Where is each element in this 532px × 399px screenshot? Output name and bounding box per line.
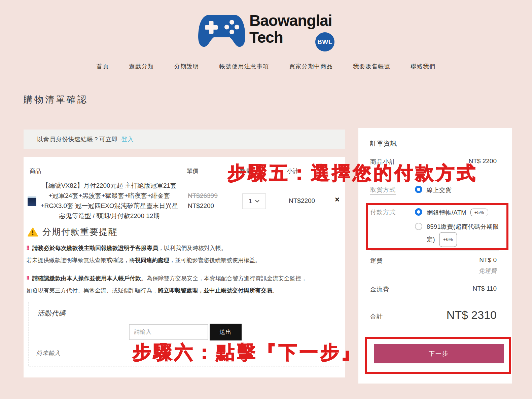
nav-item-account-usage-notes[interactable]: 帳號使用注意事項: [219, 63, 269, 70]
total-value: NT$ 2310: [447, 309, 497, 322]
promo-label: 活動代碼: [37, 309, 66, 318]
notice-paragraph-1: !!請務必於每次繳款後主動回報繳款證明予客服專員，以利我們及時核對入帳。 若未提…: [26, 242, 261, 266]
app-logo[interactable]: Baowanglai Tech BWL: [197, 10, 338, 52]
row-subtotal: NT$2200: [289, 197, 315, 205]
shipping-label: 運費: [370, 257, 383, 265]
nav-item-sell-account[interactable]: 我要販售帳號: [353, 63, 390, 70]
nav-item-installment-info[interactable]: 分期說明: [174, 63, 199, 70]
surcharge-badge-atm: +5%: [470, 209, 488, 216]
notice-heading: 分期付款重要提醒: [28, 226, 118, 238]
quantity-value: 1: [249, 198, 252, 205]
main-nav: 首頁 遊戲分類 分期說明 帳號使用注意事項 買家分期中商品 我要販售帳號 聯絡我…: [0, 63, 532, 70]
table-header-divider: [24, 178, 345, 178]
unit-price-cell: NT$26399 NT$2200: [188, 191, 218, 211]
nav-item-contact[interactable]: 聯絡我們: [411, 63, 435, 70]
delivery-option-label[interactable]: 線上交貨: [427, 186, 452, 194]
promo-code-box: 活動代碼 送出 尚未輸入: [29, 302, 339, 366]
payment-option-atm[interactable]: 網銀轉帳/ATM+5%: [427, 209, 488, 217]
cart-card: 商品 單價 數量 小計 【編號VX82】月付2200元起 主打絕版冠軍21套 +…: [24, 157, 345, 377]
product-name[interactable]: 【編號VX82】月付2200元起 主打絕版冠軍21套 +冠軍24套+黑波套+獄燄…: [36, 181, 182, 221]
product-thumbnail[interactable]: [28, 196, 36, 206]
original-price: NT$26399: [188, 191, 218, 201]
order-summary-card: 訂單資訊 商品小計 NT$ 2200 取貨方式 線上交貨 付款方式 網銀轉帳/A…: [358, 128, 512, 384]
surcharge-badge-8591: +6%: [439, 232, 457, 247]
login-banner: 以會員身份快速結帳？可立即 登入: [24, 130, 345, 149]
nav-item-game-categories[interactable]: 遊戲分類: [129, 63, 154, 70]
nav-item-home[interactable]: 首頁: [97, 63, 109, 70]
col-header-subtotal: 小計: [287, 167, 298, 175]
notice-paragraph-2: !!請確認繳款由本人操作並使用本人帳戶付款。為保障雙方交易安全，本賣場配合警方進…: [26, 272, 307, 297]
brand-badge: BWL: [315, 32, 334, 51]
chevron-down-icon: [255, 200, 259, 203]
subtotal-value: NT$ 2200: [469, 157, 497, 165]
shipping-note: 免運費: [478, 267, 497, 275]
total-label: 合計: [370, 313, 383, 321]
promo-status: 尚未輸入: [36, 349, 61, 357]
notice-heading-text: 分期付款重要提醒: [42, 226, 118, 238]
gateway-fee-value: NT$ 110: [473, 285, 497, 292]
payment-option-8591[interactable]: 8591繳費(超商代碼分期限定)+6%: [427, 221, 500, 248]
promo-submit-button[interactable]: 送出: [210, 324, 242, 340]
remove-item-button[interactable]: ×: [335, 195, 340, 204]
col-header-unit-price: 單價: [187, 167, 198, 175]
summary-divider: [371, 250, 499, 251]
gateway-fee-label: 金流費: [370, 285, 389, 293]
double-exclamation-icon: !!: [26, 275, 29, 282]
next-step-button[interactable]: 下一步: [374, 344, 504, 363]
payment-method-label: 付款方式: [370, 208, 396, 217]
order-summary-title: 訂單資訊: [370, 139, 397, 148]
payment-radio-atm[interactable]: [415, 208, 422, 216]
login-link[interactable]: 登入: [121, 135, 134, 143]
col-header-product: 商品: [30, 167, 41, 175]
delivery-method-label: 取貨方式: [370, 186, 396, 195]
shipping-value: NT$ 0: [479, 256, 497, 264]
col-header-quantity: 數量: [240, 167, 251, 175]
delivery-radio-online[interactable]: [415, 186, 422, 193]
page-title: 購物清單確認: [24, 94, 88, 106]
promo-input[interactable]: [129, 324, 208, 340]
nav-item-buyer-installment-products[interactable]: 買家分期中商品: [289, 63, 333, 70]
double-exclamation-icon: !!: [26, 245, 29, 251]
subtotal-label: 商品小計: [370, 158, 396, 166]
gamepad-icon: [197, 11, 247, 48]
sale-price: NT$2200: [188, 201, 218, 211]
login-banner-text: 以會員身份快速結帳？可立即: [37, 135, 118, 143]
quantity-select[interactable]: 1: [242, 193, 266, 209]
warning-triangle-icon: [28, 227, 38, 237]
payment-radio-8591[interactable]: [415, 223, 422, 230]
